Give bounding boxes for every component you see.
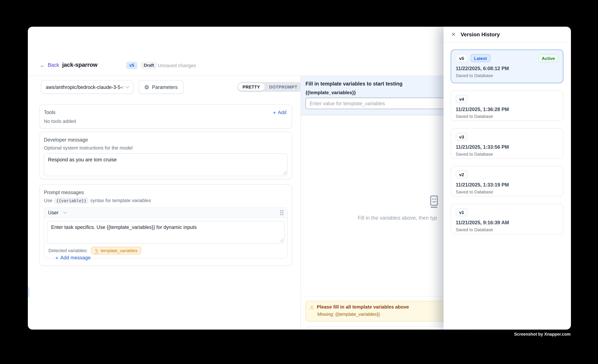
- variable-code-chip: {{variable}}: [54, 198, 88, 204]
- model-select[interactable]: aws/anthropic/bedrock-claude-3-5-s...: [41, 80, 133, 94]
- hint-suffix: syntax for template variables: [90, 198, 151, 203]
- resize-grip-icon[interactable]: [283, 171, 286, 175]
- chevron-down-icon: [63, 210, 66, 214]
- toggle-dotprompt[interactable]: DOTPROMPT: [265, 83, 302, 91]
- role-select-value: User: [48, 210, 58, 215]
- detected-variable-chip[interactable]: ✎ template_variables: [91, 247, 141, 255]
- version-id-badge: v3: [456, 133, 467, 141]
- add-message-button[interactable]: + Add message: [55, 255, 91, 260]
- version-card-v2[interactable]: v2 11/21/2025, 1:33:19 PM Saved to Datab…: [451, 166, 563, 196]
- plus-icon: +: [55, 255, 58, 260]
- version-card-v3[interactable]: v3 11/21/2025, 1:33:56 PM Saved to Datab…: [451, 128, 563, 159]
- detected-variables-row: Detected variables: ✎ template_variables: [47, 244, 284, 255]
- close-icon[interactable]: ✕: [451, 32, 456, 37]
- hint-prefix: Use: [44, 198, 52, 203]
- model-select-value: aws/anthropic/bedrock-claude-3-5-s...: [46, 84, 123, 90]
- version-history-header: ✕ Version History: [444, 27, 571, 42]
- version-saved-text: Saved to Database: [456, 152, 558, 157]
- tools-title: Tools: [44, 109, 55, 115]
- draft-status-badge: Draft: [141, 62, 157, 69]
- latest-badge: Latest: [471, 54, 490, 62]
- xnapper-watermark: Screenshot by Xnapper.com: [514, 332, 571, 336]
- back-arrow-icon: ←: [40, 62, 45, 68]
- version-saved-text: Saved to Database: [456, 73, 558, 78]
- detected-variables-label: Detected variables:: [48, 248, 88, 253]
- version-timestamp: 11/21/2025, 1:33:19 PM: [456, 182, 558, 188]
- drag-handle-icon[interactable]: [280, 210, 283, 215]
- template-variables-section: Fill in template variables to start test…: [301, 76, 465, 115]
- resize-grip-icon[interactable]: [280, 239, 283, 242]
- tools-card: Tools + Add No tools added: [39, 104, 292, 129]
- message-textarea[interactable]: Enter task specifics. Use {{template_var…: [47, 221, 284, 244]
- version-id-badge: v4: [456, 95, 467, 103]
- version-saved-text: Saved to Database: [456, 227, 558, 232]
- edge-peek-pill[interactable]: [28, 287, 30, 298]
- developer-message-textarea[interactable]: Respond as you are tom cruise: [44, 153, 288, 176]
- edit-pencil-icon: ✎: [95, 248, 98, 253]
- prompt-editor-panel: aws/anthropic/bedrock-claude-3-5-s... ⚙ …: [28, 76, 300, 330]
- version-id-badge: v2: [456, 170, 467, 178]
- version-saved-text: Saved to Database: [456, 114, 558, 119]
- developer-message-title: Developer message: [44, 137, 288, 143]
- toggle-pretty[interactable]: PRETTY: [238, 83, 265, 91]
- version-history-drawer: ✕ Version History v5 Latest Active 11/22…: [444, 27, 571, 330]
- version-saved-text: Saved to Database: [456, 190, 558, 194]
- developer-message-subtitle: Optional system instructions for the mod…: [44, 145, 288, 151]
- version-card-v5[interactable]: v5 Latest Active 11/22/2025, 6:08:12 PM …: [451, 50, 563, 83]
- version-card-v1[interactable]: v1 11/21/2025, 9:16:39 AM Saved to Datab…: [451, 204, 563, 234]
- gear-icon: ⚙: [144, 84, 149, 90]
- back-button[interactable]: ← Back: [40, 62, 59, 68]
- role-select[interactable]: User: [48, 210, 66, 215]
- format-toggle: PRETTY DOTPROMPT: [237, 82, 303, 92]
- version-id-badge: v1: [456, 208, 467, 216]
- version-timestamp: 11/21/2025, 1:36:28 PM: [456, 107, 558, 112]
- version-list: v5 Latest Active 11/22/2025, 6:08:12 PM …: [451, 50, 563, 241]
- chevron-down-icon: [125, 84, 129, 88]
- version-id-badge: v5: [456, 54, 467, 62]
- version-timestamp: 11/21/2025, 9:16:39 AM: [456, 220, 558, 225]
- parameters-label: Parameters: [152, 84, 178, 90]
- warning-triangle-icon: ⚠: [310, 305, 314, 309]
- prompt-messages-title: Prompt messages: [44, 190, 288, 195]
- tools-empty-text: No tools added: [44, 119, 288, 124]
- template-variable-label: {{template_variables}}: [306, 90, 460, 95]
- parameters-button[interactable]: ⚙ Parameters: [139, 80, 183, 94]
- test-panel: Fill in template variables to start test…: [300, 76, 465, 330]
- version-timestamp: 11/22/2025, 6:08:12 PM: [456, 66, 558, 71]
- prompt-messages-card: Prompt messages Use {{variable}} syntax …: [39, 184, 292, 266]
- add-tool-button[interactable]: + Add: [273, 110, 286, 115]
- developer-message-card: Developer message Optional system instru…: [39, 132, 292, 179]
- version-card-v4[interactable]: v4 11/21/2025, 1:36:28 PM Saved to Datab…: [451, 90, 563, 121]
- back-label: Back: [48, 62, 59, 68]
- unsaved-changes-text: Unsaved changes: [158, 63, 196, 68]
- version-badge: v5: [126, 62, 137, 69]
- add-message-label: Add message: [60, 255, 91, 260]
- robot-face-icon: [429, 195, 439, 210]
- active-badge: Active: [538, 54, 558, 62]
- add-tool-label: Add: [278, 110, 286, 115]
- detected-variable-name: template_variables: [101, 248, 138, 253]
- template-syntax-hint: Use {{variable}} syntax for template var…: [44, 198, 288, 204]
- page-title: jack-sparrow: [62, 61, 98, 68]
- test-panel-divider: [301, 296, 465, 297]
- message-block: User Enter task specifics. Use {{templat…: [44, 207, 288, 259]
- warning-title: Please fill in all template variables ab…: [317, 304, 409, 310]
- plus-icon: +: [273, 110, 276, 115]
- template-variables-title: Fill in template variables to start test…: [306, 81, 460, 87]
- screenshot-canvas: ← Back jack-sparrow v5 Draft Unsaved cha…: [0, 0, 598, 364]
- version-history-title: Version History: [461, 31, 500, 37]
- message-header: User: [44, 208, 287, 218]
- version-timestamp: 11/21/2025, 1:33:56 PM: [456, 144, 558, 150]
